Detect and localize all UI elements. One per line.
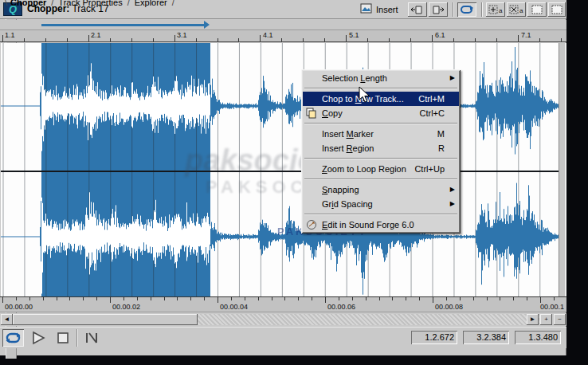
time-tick-minor	[258, 297, 259, 300]
time-tick-minor	[231, 297, 232, 300]
insert-button[interactable]: Insert	[360, 3, 373, 16]
measure-ruler[interactable]: 1.12.13.14.15.16.17.1	[0, 30, 566, 42]
loop-region-arrow[interactable]	[41, 24, 206, 26]
measure-tick	[88, 35, 89, 41]
time-tick-minor	[190, 297, 191, 300]
tab-track-properties[interactable]: Track Properties	[58, 0, 122, 7]
menu-item-shortcut: Ctrl+C	[420, 106, 445, 120]
time-tick-minor	[137, 297, 138, 300]
measure-tick	[432, 35, 433, 41]
zoom-x-marker-button[interactable]: a	[507, 2, 526, 17]
beat-tick	[218, 38, 218, 41]
tab-chopper[interactable]: Chopper	[10, 0, 46, 7]
waveform-display[interactable]	[1, 43, 559, 296]
loop-region-bar[interactable]	[0, 20, 566, 30]
time-tick-minor	[284, 297, 285, 300]
status-value-3: 1.3.480	[515, 331, 561, 344]
screenshot-frame: ◄ Q Chopper: Track 17 Insert	[0, 0, 588, 365]
scrollbar-thumb[interactable]	[13, 314, 198, 325]
menu-item-grid-spacing[interactable]: Grid Spacing▶	[303, 197, 459, 211]
time-label: 00.00.04	[220, 303, 248, 311]
selection-region[interactable]	[41, 43, 210, 296]
menu-item-shortcut: Ctrl+Up	[414, 162, 445, 176]
time-tick-minor	[16, 297, 17, 300]
measure-tick	[260, 35, 261, 41]
tab-explorer[interactable]: Explorer	[135, 0, 167, 7]
submenu-arrow-icon: ▶	[450, 197, 455, 211]
time-tick-major	[540, 297, 541, 303]
stop-button[interactable]	[52, 329, 73, 347]
zoom-in-button[interactable]: +	[540, 314, 552, 325]
submenu-arrow-icon: ▶	[450, 71, 455, 85]
menu-item-edit-in-sound-forge-6-0[interactable]: Edit in Sound Forge 6.0	[303, 218, 459, 232]
time-tick-minor	[527, 297, 527, 300]
menu-item-copy[interactable]: CopyCtrl+C	[303, 106, 459, 120]
menu-item-label: Snapping	[322, 185, 359, 194]
time-tick-minor	[339, 297, 339, 300]
time-tick-minor	[151, 297, 151, 300]
copy-icon	[305, 108, 318, 119]
toolbar-separator	[453, 2, 454, 17]
menu-item-chop-to-new-track[interactable]: Chop to New Track...Ctrl+M	[303, 92, 459, 106]
time-tick-minor	[500, 297, 500, 300]
measure-label: 7.1	[521, 31, 531, 39]
beat-tick	[281, 38, 282, 41]
zoom-in-marker-button[interactable]: a	[486, 2, 505, 17]
beat-tick	[367, 38, 368, 41]
menu-separator	[304, 155, 458, 162]
menu-item-label: Insert Region	[322, 143, 374, 153]
time-tick-minor	[204, 297, 205, 300]
time-ruler[interactable]: 00.00.0000.00.0200.00.0400.00.0600.00.08…	[0, 296, 566, 312]
horizontal-scrollbar[interactable]: ◄ ► + −	[0, 313, 566, 326]
time-tick-minor	[312, 297, 312, 300]
insert-label: Insert	[376, 5, 398, 14]
scroll-right-button[interactable]: ►	[527, 314, 539, 325]
measure-label: 1.1	[5, 31, 15, 39]
tab-divider: /	[172, 0, 174, 7]
beat-tick	[45, 38, 46, 41]
loop-region-arrowhead	[204, 21, 210, 29]
beat-tick	[153, 38, 154, 41]
time-tick-minor	[29, 297, 30, 300]
link-arrow-button[interactable]	[457, 2, 476, 17]
time-tick-minor	[460, 297, 461, 300]
beat-tick	[389, 38, 390, 41]
time-tick-minor	[272, 297, 272, 300]
scroll-left-button[interactable]: ◄	[1, 314, 13, 325]
menu-item-insert-region[interactable]: Insert RegionR	[303, 141, 459, 155]
menu-item-snapping[interactable]: Snapping▶	[303, 182, 459, 197]
play-button[interactable]	[27, 329, 49, 347]
menu-item-insert-marker[interactable]: Insert MarkerM	[303, 127, 459, 141]
menu-separator	[304, 211, 458, 218]
menu-item-selection-length[interactable]: Selection Length▶	[303, 71, 459, 85]
transport-separator	[76, 329, 78, 347]
measure-tick	[518, 35, 519, 41]
time-tick-minor	[554, 297, 555, 300]
measure-tick	[2, 35, 3, 41]
menu-item-shortcut: Ctrl+M	[418, 92, 445, 106]
insert-before-button[interactable]	[408, 2, 427, 17]
time-tick-minor	[419, 297, 420, 300]
toolbar-separator	[481, 2, 483, 17]
menu-separator	[304, 85, 458, 92]
menu-item-shortcut: R	[438, 141, 445, 155]
zoom-out-button[interactable]: −	[554, 314, 566, 325]
time-tick-minor	[96, 297, 97, 300]
beat-tick	[453, 38, 454, 41]
time-tick-minor	[352, 297, 353, 300]
measure-tick	[346, 35, 347, 41]
time-tick-minor	[487, 297, 488, 300]
time-tick-minor	[177, 297, 178, 300]
beat-tick	[410, 38, 411, 41]
time-tick-minor	[473, 297, 474, 300]
marquee-b-button[interactable]	[548, 2, 566, 17]
go-to-start-button[interactable]	[80, 329, 102, 347]
beat-tick	[496, 38, 497, 41]
time-tick-minor	[406, 297, 406, 300]
menu-item-zoom-to-loop-region[interactable]: Zoom to Loop RegionCtrl+Up	[303, 162, 459, 176]
marquee-a-button[interactable]	[527, 2, 547, 17]
mouse-cursor	[359, 86, 371, 104]
loop-playback-button[interactable]	[2, 329, 24, 347]
insert-after-button[interactable]	[429, 2, 448, 17]
measure-label: 5.1	[349, 31, 359, 39]
